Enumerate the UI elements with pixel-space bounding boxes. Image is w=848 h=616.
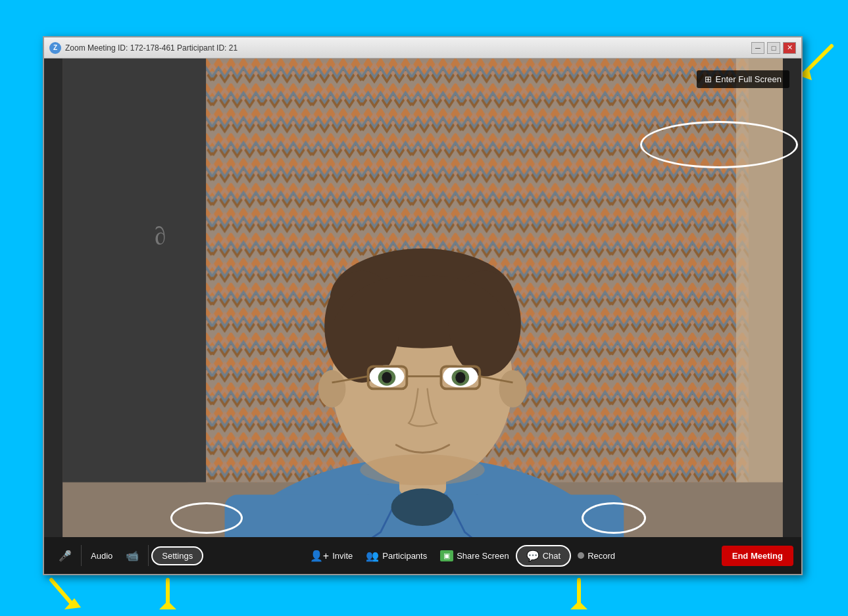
invite-icon: 👤+	[310, 550, 329, 562]
maximize-button[interactable]: □	[767, 42, 780, 54]
video-icon: 📹	[126, 550, 139, 562]
minimize-button[interactable]: ─	[751, 42, 764, 54]
svg-rect-11	[62, 59, 206, 483]
share-screen-icon: ▣	[440, 550, 453, 561]
settings-label: Settings	[162, 551, 193, 561]
invite-button[interactable]: 👤+ Invite	[303, 546, 359, 566]
audio-label: Audio	[91, 551, 112, 561]
svg-marker-5	[159, 601, 176, 609]
chat-button[interactable]: 💬 Chat	[516, 545, 571, 567]
participants-button[interactable]: 👥 Participants	[359, 546, 434, 566]
chat-label: Chat	[543, 551, 561, 561]
record-icon	[578, 552, 584, 559]
fullscreen-button[interactable]: ⊞ Enter Full Screen	[697, 70, 789, 88]
svg-point-24	[382, 372, 391, 383]
toolbar: 🎤 Audio 📹 Settings 👤+ Invite 👥 Participa…	[44, 537, 801, 574]
svg-line-2	[51, 580, 71, 603]
zoom-window: Z Zoom Meeting ID: 172-178-461 Participa…	[43, 36, 803, 575]
record-label: Record	[587, 551, 615, 561]
share-screen-label: Share Screen	[457, 551, 509, 561]
svg-rect-13	[736, 59, 783, 483]
end-meeting-button[interactable]: End Meeting	[722, 546, 793, 566]
mic-icon: 🎤	[59, 550, 72, 562]
share-screen-button[interactable]: ▣ Share Screen	[434, 546, 516, 565]
svg-point-20	[318, 370, 346, 408]
svg-point-21	[499, 370, 527, 408]
audio-button[interactable]: Audio	[84, 547, 119, 565]
svg-marker-7	[570, 601, 587, 609]
svg-point-35	[391, 488, 454, 526]
video-feed: ∂	[44, 59, 801, 537]
separator-2	[148, 545, 149, 566]
fullscreen-icon: ⊞	[705, 74, 712, 84]
participants-icon: 👥	[366, 550, 379, 562]
window-title: Zoom Meeting ID: 172-178-461 Participant…	[65, 43, 751, 53]
video-button[interactable]: 📹	[119, 546, 145, 566]
separator-1	[81, 545, 82, 566]
video-area: ∂	[44, 59, 801, 537]
zoom-icon: Z	[49, 42, 61, 54]
fullscreen-label: Enter Full Screen	[716, 74, 782, 84]
svg-point-27	[455, 372, 465, 383]
svg-point-33	[360, 454, 485, 485]
close-button[interactable]: ✕	[783, 42, 796, 54]
invite-label: Invite	[332, 551, 353, 561]
settings-button[interactable]: Settings	[151, 546, 203, 565]
window-controls: ─ □ ✕	[751, 42, 796, 54]
svg-marker-3	[64, 598, 81, 609]
svg-line-0	[805, 46, 832, 72]
title-bar: Z Zoom Meeting ID: 172-178-461 Participa…	[44, 37, 801, 59]
participants-label: Participants	[382, 551, 427, 561]
mic-button[interactable]: 🎤	[52, 546, 78, 566]
record-button[interactable]: Record	[571, 547, 622, 565]
chat-icon: 💬	[526, 550, 539, 562]
